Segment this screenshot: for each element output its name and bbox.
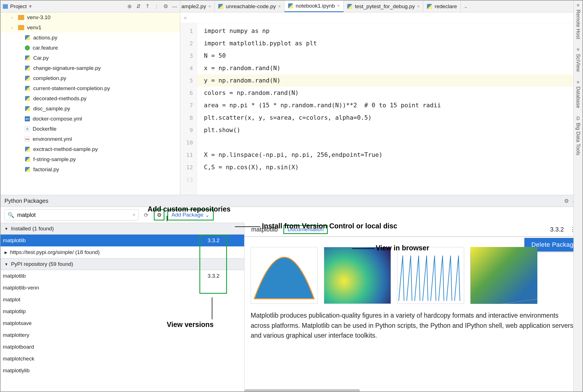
sidebar-item-remote-host[interactable]: ≡Remote Host [575,3,581,39]
project-title: Project [10,3,27,10]
expand-all-icon[interactable]: ⇵ [135,3,142,10]
package-row[interactable]: matplotboard [1,341,244,353]
repo-header-label: https://test.pypi.org/simple/ (18 found) [10,249,100,255]
pypi-group-header[interactable]: ▼ PyPI repository (59 found) [1,258,244,270]
chevron-right-icon: ▶ [5,250,7,255]
package-version: 3.3.2 [208,237,244,244]
tree-file[interactable]: disc_sample.py [1,104,180,114]
python-file-icon [25,167,30,172]
chevron-down-icon: ▼ [5,227,8,231]
python-file-icon [25,35,30,41]
annotation-line [235,226,260,227]
breadcrumb[interactable]: » ›› [180,12,582,23]
package-row[interactable]: matplotlylib [1,365,244,377]
package-name: matplotlib-venn [2,285,208,291]
gear-icon[interactable]: ⚙ [563,198,569,204]
tree-file[interactable]: Car.py [1,53,180,63]
tree-file[interactable]: YMLenvironment.yml [1,134,180,144]
tree-folder[interactable]: › venv-3.10 [1,12,180,23]
tree-file[interactable]: actions.py [1,33,180,43]
tree-file[interactable]: DCdocker-compose.yml [1,114,180,124]
collapse-all-icon[interactable]: ⤒ [144,3,151,10]
close-icon[interactable]: × [208,4,211,9]
close-icon[interactable]: × [278,4,281,9]
folder-label: venv1 [27,24,41,31]
tree-file[interactable]: current-statement-completion.py [1,83,180,93]
right-tool-sidebar: ≡Remote Host ≡SciView ≡Database DBig Dat… [573,1,582,391]
package-description: Matplotlib produces publication-quality … [244,308,582,343]
file-label: f-string-sample.py [33,156,76,162]
package-row[interactable]: matplotlib-venn [1,282,244,294]
chevron-down-icon: ▾ [29,3,32,10]
clear-icon[interactable]: × [132,212,135,218]
tab-bar: ample2.py×unreachable-code.py×notebook1.… [180,1,582,12]
project-selector[interactable]: Project ▾ [3,3,32,10]
tree-folder[interactable]: › venv1 [1,23,180,33]
tree-file[interactable]: f-string-sample.py [1,154,180,164]
annotation-add-repos: Add custom repositories [148,205,231,213]
search-box[interactable]: 🔍 × [5,209,139,220]
line-gutter: 12345678910111213 [180,23,197,195]
package-row[interactable]: matplotlib3.3.2 [1,270,244,282]
tree-file[interactable]: car.feature [1,43,180,53]
tree-file[interactable]: completion.py [1,73,180,83]
editor-tab[interactable]: notebook1.ipynb× [284,1,344,12]
python-file-icon [25,146,30,152]
tree-file[interactable]: change-signature-sample.py [1,63,180,73]
editor-area: ample2.py×unreachable-code.py×notebook1.… [180,1,582,195]
sidebar-item-sciview[interactable]: ≡SciView [575,47,581,72]
thumbnail-spikes [397,247,464,304]
folder-icon [18,25,24,30]
locate-icon[interactable]: ⊕ [126,3,133,10]
editor-tab[interactable]: test_pytest_for_debug.py× [344,1,424,12]
scrollbar-horizontal[interactable] [244,389,360,392]
sidebar-item-database[interactable]: ≡Database [575,80,581,108]
annotation-view-versions: View versions [167,320,213,329]
tab-label: notebook1.ipynb [296,3,335,9]
chevron-down-icon: ⌄ [464,3,468,10]
close-icon[interactable]: × [417,4,420,9]
detail-version: 3.3.2 [550,226,564,233]
file-label: Dockerfile [33,126,56,132]
editor-tab[interactable]: ample2.py× [180,1,215,12]
python-file-icon [25,65,30,71]
package-row[interactable]: matplotlip [1,306,244,317]
thumbnail-heatmap [324,247,391,304]
file-label: docker-compose.yml [33,116,82,122]
project-tree[interactable]: › venv-3.10 › venv1 actions.pycar.featur… [1,12,180,195]
package-name: matplotboard [2,344,208,350]
tree-file[interactable]: decorated-methods.py [1,93,180,104]
installed-group-header[interactable]: ▼ Installed (1 found) [1,223,244,235]
file-label: exctract-method-sample.py [33,146,98,152]
hide-icon[interactable]: — [172,3,178,10]
tree-file[interactable]: exctract-method-sample.py [1,144,180,154]
python-file-icon [347,4,353,9]
tab-overflow[interactable]: ⌄ [461,1,471,12]
package-row[interactable]: matplot [1,294,244,306]
repo-group-header[interactable]: ▶ https://test.pypi.org/simple/ (18 foun… [1,246,244,258]
bigdata-icon: D [577,116,580,121]
search-input[interactable] [17,212,130,218]
chevron-right-icon: › [11,25,15,30]
python-file-icon [25,157,30,162]
code-content[interactable]: import numpy as npimport matplotlib.pypl… [197,23,582,195]
annotation-view-browser: View in browser [376,244,429,252]
close-icon[interactable]: × [337,3,340,8]
editor-tab[interactable]: redeclare [423,1,460,12]
packages-header: Python Packages ⚙ — [1,195,582,207]
file-label: change-signature-sample.py [33,65,101,71]
dockerfile-icon: D [25,126,30,132]
chevron-right-icon: › [11,15,15,20]
project-header: Project ▾ ⊕ ⇵ ⤒ | ⚙ — [1,1,180,12]
tree-file[interactable]: DDockerfile [1,124,180,134]
sidebar-item-big-data-tools[interactable]: DBig Data Tools [575,116,581,155]
code-editor[interactable]: 12345678910111213 import numpy as npimpo… [180,23,582,195]
installed-header-label: Installed (1 found) [11,226,54,232]
package-row[interactable]: matplottery [1,329,244,341]
tree-file[interactable]: factorial.py [1,164,180,175]
gear-icon[interactable]: ⚙ [163,3,169,10]
package-row-selected[interactable]: matplotlib 3.3.2 [1,235,244,246]
editor-tab[interactable]: unreachable-code.py× [215,1,284,12]
file-label: environment.yml [33,136,72,142]
package-row[interactable]: matplotcheck [1,353,244,365]
